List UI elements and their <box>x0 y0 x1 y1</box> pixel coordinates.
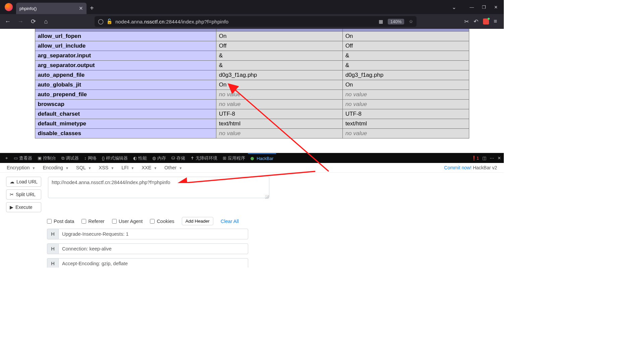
postdata-checkbox[interactable]: Post data <box>47 219 74 224</box>
hackbar-menu-lfi[interactable]: LFI ▼ <box>121 165 134 170</box>
phpinfo-row: auto_prepend_fileno valueno value <box>35 90 469 100</box>
add-header-button[interactable]: Add Header <box>182 217 213 225</box>
local-value-cell: d0g3_f1ag.php <box>216 70 342 80</box>
ext-red-icon[interactable] <box>483 18 489 24</box>
maximize-icon[interactable]: ❐ <box>482 5 486 10</box>
textarea-resize-handle[interactable] <box>265 195 269 199</box>
hackbar-dot-icon <box>251 157 254 160</box>
tab-title: phpinfo() <box>19 6 79 11</box>
master-value-cell: text/html <box>342 119 469 129</box>
ext-crop-icon[interactable]: ✂ <box>464 18 469 25</box>
devtools-tab-控制台[interactable]: ▣控制台 <box>35 153 59 163</box>
devtools-tab-网络[interactable]: ↕网络 <box>82 153 99 163</box>
devtools-error-count[interactable]: ❗1 <box>471 156 479 161</box>
hackbar-commit-link[interactable]: Commit now! <box>444 165 472 170</box>
directive-cell: allow_url_fopen <box>35 32 216 41</box>
header-letter-badge: H <box>47 229 58 239</box>
master-value-cell: & <box>342 61 469 70</box>
phpinfo-row: default_mimetypetext/htmltext/html <box>35 119 469 129</box>
hackbar-menu-xss[interactable]: XSS ▼ <box>99 165 114 170</box>
local-value-cell: no value <box>216 129 342 138</box>
zoom-badge[interactable]: 140% <box>388 19 404 24</box>
phpinfo-header: Master Value <box>342 29 469 32</box>
devtools-dock-icon[interactable]: ◫ <box>482 156 486 161</box>
master-value-cell: Off <box>342 41 469 51</box>
directive-cell: arg_separator.input <box>35 51 216 61</box>
insecure-lock-icon[interactable]: 🔓 <box>106 18 113 24</box>
master-value-cell: d0g3_f1ag.php <box>342 70 469 80</box>
browser-tab[interactable]: phpinfo() ✕ <box>16 3 87 14</box>
phpinfo-row: auto_append_filed0g3_f1ag.phpd0g3_f1ag.p… <box>35 70 469 80</box>
phpinfo-header: Local Value <box>216 29 342 32</box>
phpinfo-thead: DirectiveLocal ValueMaster Value <box>35 29 469 32</box>
bookmark-star-icon[interactable]: ☆ <box>409 19 413 24</box>
devtools-tab-样式编辑器[interactable]: {}样式编辑器 <box>99 153 131 163</box>
clear-all-link[interactable]: Clear All <box>221 219 239 224</box>
phpinfo-row: arg_separator.output&& <box>35 61 469 70</box>
shield-icon[interactable]: ◯ <box>98 18 104 24</box>
phpinfo-row: disable_classesno valueno value <box>35 129 469 138</box>
home-button[interactable] <box>42 18 50 25</box>
qr-icon[interactable]: ▦ <box>379 19 383 24</box>
split-url-button[interactable]: ✂Split URL <box>6 189 41 199</box>
master-value-cell: On <box>342 32 469 41</box>
scissors-icon: ✂ <box>10 192 14 197</box>
minimize-icon[interactable]: — <box>470 5 474 10</box>
back-button[interactable]: ← <box>3 18 12 25</box>
caret-down-icon: ▼ <box>179 166 182 170</box>
master-value-cell: no value <box>342 90 469 100</box>
caret-down-icon: ▼ <box>131 166 134 170</box>
local-value-cell: & <box>216 61 342 70</box>
devtools-tab-应用程序[interactable]: ⊞应用程序 <box>220 153 248 163</box>
master-value-cell: no value <box>342 100 469 109</box>
hackbar-menu-encoding[interactable]: Encoding ▼ <box>43 165 68 170</box>
hackbar-menu-other[interactable]: Other ▼ <box>164 165 182 170</box>
execute-button[interactable]: ▶Execute <box>6 202 41 212</box>
forward-button: → <box>16 18 25 25</box>
header-input[interactable] <box>58 243 248 254</box>
url-bar[interactable]: ◯ 🔓 node4.anna.nssctf.cn:28444/index.php… <box>95 16 417 27</box>
load-url-button[interactable]: ☁Load URL <box>6 177 41 187</box>
caret-down-icon: ▼ <box>154 166 157 170</box>
devtools-tab-调试器[interactable]: ⧉调试器 <box>59 153 82 163</box>
devtools-tab-性能[interactable]: ◐性能 <box>130 153 150 163</box>
tabs-dropdown-icon[interactable]: ⌄ <box>452 4 456 10</box>
directive-cell: auto_append_file <box>35 70 216 80</box>
phpinfo-row: arg_separator.input&& <box>35 51 469 61</box>
hackbar-url-textarea[interactable] <box>48 177 269 198</box>
devtools-tab-存储[interactable]: ⛁存储 <box>169 153 188 163</box>
phpinfo-row: auto_globals_jitOnOn <box>35 80 469 90</box>
directive-cell: arg_separator.output <box>35 61 216 70</box>
devtools-tab-内存[interactable]: ◍内存 <box>150 153 169 163</box>
header-input[interactable] <box>58 229 248 239</box>
useragent-checkbox[interactable]: User Agent <box>112 219 143 224</box>
directive-cell: disable_classes <box>35 129 216 138</box>
devtools-pick-icon[interactable]: ⌖ <box>3 153 10 163</box>
close-window-icon[interactable]: ✕ <box>494 5 498 10</box>
hamburger-menu-icon[interactable]: ≡ <box>494 18 497 25</box>
directive-cell: allow_url_include <box>35 41 216 51</box>
devtools-tabbar: ⌖ ▭查看器▣控制台⧉调试器↕网络{}样式编辑器◐性能◍内存⛁存储✝无障碍环境⊞… <box>0 153 504 163</box>
cookies-checkbox[interactable]: Cookies <box>150 219 174 224</box>
hackbar-menubar: Encryption ▼Encoding ▼SQL ▼XSS ▼LFI ▼XXE… <box>0 163 504 173</box>
ext-undo-icon[interactable]: ↶ <box>474 18 478 25</box>
new-tab-button[interactable]: + <box>90 4 94 12</box>
header-input[interactable] <box>58 258 248 268</box>
master-value-cell: & <box>342 51 469 61</box>
local-value-cell: text/html <box>216 119 342 129</box>
devtools-more-icon[interactable]: ⋯ <box>490 156 494 161</box>
hackbar-menu-xxe[interactable]: XXE ▼ <box>142 165 157 170</box>
local-value-cell: UTF-8 <box>216 109 342 119</box>
local-value-cell: On <box>216 80 342 90</box>
devtools-tab-无障碍环境[interactable]: ✝无障碍环境 <box>188 153 220 163</box>
referer-checkbox[interactable]: Referer <box>82 219 104 224</box>
devtools-tab-HackBar[interactable]: HackBar <box>248 153 276 163</box>
tab-close-icon[interactable]: ✕ <box>79 5 83 11</box>
play-icon: ▶ <box>10 205 13 210</box>
directive-cell: default_mimetype <box>35 119 216 129</box>
hackbar-menu-encryption[interactable]: Encryption ▼ <box>7 165 35 170</box>
devtools-tab-查看器[interactable]: ▭查看器 <box>11 153 35 163</box>
reload-button[interactable] <box>29 18 38 25</box>
devtools-close-icon[interactable]: ✕ <box>497 156 501 161</box>
hackbar-menu-sql[interactable]: SQL ▼ <box>76 165 91 170</box>
